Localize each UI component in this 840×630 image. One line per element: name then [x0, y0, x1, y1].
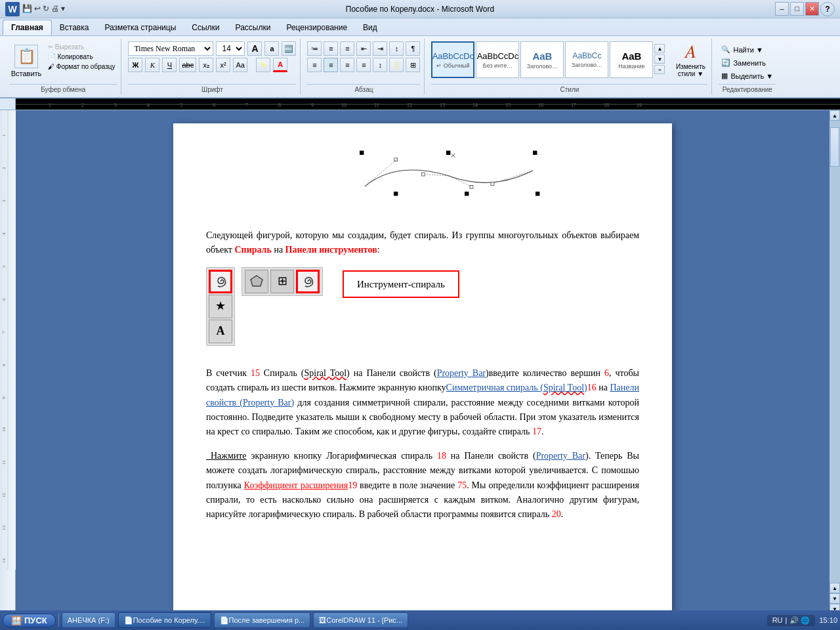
redo-quick-btn[interactable]: ↻ [43, 4, 49, 14]
tab-page-layout[interactable]: Разметка страницы [96, 20, 184, 35]
strikethrough-button[interactable]: аbc [179, 58, 196, 72]
svg-text:5: 5 [1, 265, 7, 268]
font-color-button[interactable]: A [273, 58, 287, 72]
styles-scroll-up[interactable]: ▲ [654, 44, 665, 53]
taskbar-word2-label: После завершения р... [229, 616, 305, 624]
taskbar-explorer-button[interactable]: АНЕЧКА (F:) [62, 612, 116, 628]
font-size-up-button[interactable]: A [247, 41, 262, 56]
scroll-prev-page-button[interactable]: ▲ [830, 583, 840, 593]
underline-button[interactable]: Ч [162, 58, 177, 72]
change-styles-button[interactable]: 𝐴 Изменить стили ▼ [673, 41, 707, 77]
style-no-spacing[interactable]: AaBbCcDc Без инте… [476, 41, 519, 78]
taskbar-word-button[interactable]: 📄 Пособие по Корелу.... [118, 612, 211, 628]
taskbar-corel-label: CorelDRAW 11 - [Рис... [326, 616, 402, 624]
minimize-button[interactable]: – [775, 2, 789, 16]
maximize-button[interactable]: □ [790, 2, 804, 16]
scroll-thumb[interactable] [830, 127, 839, 167]
style-no-spacing-preview: AaBbCcDc [477, 51, 519, 61]
scroll-track[interactable] [830, 121, 840, 583]
multilevel-button[interactable]: ≡ [340, 41, 354, 56]
paragraph-2: В счетчик 15 Спираль (Spiral Tool) на Па… [206, 366, 639, 440]
tab-view[interactable]: Вид [355, 20, 385, 35]
editing-label: Редактирование [719, 84, 776, 94]
increase-indent-button[interactable]: ⇥ [373, 41, 387, 56]
curve-path [365, 170, 533, 186]
taskbar-corel-button[interactable]: 🖼 CorelDRAW 11 - [Рис... [313, 612, 408, 628]
undo-quick-btn[interactable]: ↩ [34, 4, 41, 14]
tab-references[interactable]: Ссылки [184, 20, 227, 35]
svg-text:10: 10 [341, 102, 346, 108]
find-button[interactable]: 🔍 Найти ▼ [719, 44, 776, 55]
tray-icons: 🔊 🌐 [789, 616, 810, 625]
styles-group: AaBbCcDc ↵ Обычный AaBbCcDc Без инте… Aa… [427, 39, 712, 94]
close-button[interactable]: ✕ [805, 2, 819, 16]
justify-button[interactable]: ≡ [356, 58, 371, 72]
highlight-button[interactable]: ✎ [256, 58, 270, 72]
spiral-tool-highlighted[interactable] [209, 270, 232, 293]
align-center-button[interactable]: ≡ [324, 58, 338, 72]
borders-button[interactable]: ⊞ [406, 58, 420, 72]
italic-button[interactable]: К [145, 58, 159, 72]
select-button[interactable]: ▦ Выделить ▼ [719, 70, 776, 81]
taskbar-word2-button[interactable]: 📄 После завершения р... [214, 612, 311, 628]
font-family-select[interactable]: Times New Roman [128, 41, 213, 56]
para3-num2: 19 [348, 480, 357, 490]
paste-icon: 📋 [14, 45, 38, 68]
help-button[interactable]: ? [820, 2, 835, 16]
style-title[interactable]: AaB Название [610, 41, 653, 78]
para2-num3: 16 [587, 383, 597, 392]
spiral-tool-popup-highlighted[interactable] [296, 270, 320, 293]
print-quick-btn[interactable]: 🖨 [51, 4, 59, 14]
start-button[interactable]: 🪟 ПУСК [3, 614, 56, 627]
cut-button[interactable]: ✂ Вырезать [46, 43, 117, 51]
align-right-button[interactable]: ≡ [340, 58, 354, 72]
document-page: ✕ [173, 123, 672, 614]
styles-scroll-all[interactable]: ≡ [654, 65, 665, 74]
format-painter-button[interactable]: 🖌 Формат по образцу [46, 62, 117, 71]
sort-button[interactable]: ↕ [389, 41, 404, 56]
copy-button[interactable]: 📄 Копировать [46, 52, 117, 61]
delete-handle: ✕ [450, 152, 456, 159]
subscript-button[interactable]: x₂ [199, 58, 213, 72]
svg-text:7: 7 [1, 331, 7, 333]
style-normal[interactable]: AaBbCcDc ↵ Обычный [431, 41, 474, 78]
bold-button[interactable]: Ж [128, 58, 142, 72]
superscript-button[interactable]: x² [216, 58, 230, 72]
star-tool[interactable]: ★ [209, 295, 232, 318]
styles-scroll-down[interactable]: ▼ [654, 54, 665, 64]
decrease-indent-button[interactable]: ⇤ [356, 41, 371, 56]
polygon-tool[interactable] [245, 270, 268, 293]
font-size-select[interactable]: 14 [216, 41, 245, 56]
style-heading1[interactable]: AaB Заголово… [520, 41, 564, 78]
bullets-button[interactable]: ≔ [307, 41, 322, 56]
curve-handle-2 [421, 173, 425, 176]
save-quick-btn[interactable]: 💾 [22, 4, 32, 14]
scroll-up-button[interactable]: ▲ [830, 110, 840, 121]
clipboard-group: 📋 Вставить ✂ Вырезать 📄 Копировать 🖌 Фор… [5, 39, 121, 94]
paste-button[interactable]: 📋 Вставить [9, 41, 43, 81]
align-left-button[interactable]: ≡ [307, 58, 322, 72]
replace-button[interactable]: 🔄 Заменить [719, 57, 776, 68]
svg-text:8: 8 [1, 364, 7, 366]
style-heading2[interactable]: AaBbCc Заголово… [565, 41, 608, 78]
scroll-next-page-button[interactable]: ▼ [830, 593, 840, 604]
window-controls: – □ ✕ ? [775, 2, 835, 16]
grid-tool[interactable]: ⊞ [270, 270, 294, 293]
tab-mailings[interactable]: Рассылки [228, 20, 279, 35]
handle-top-right [533, 151, 537, 155]
clear-format-button[interactable]: 🔤 [282, 41, 296, 56]
document-area[interactable]: ✕ [16, 110, 830, 614]
svg-text:3: 3 [1, 200, 7, 202]
line-spacing-button[interactable]: ↕ [373, 58, 387, 72]
tool-row-2: ★ [209, 295, 232, 318]
tab-home[interactable]: Главная [3, 20, 52, 35]
tab-review[interactable]: Рецензирование [278, 20, 355, 35]
change-case-button[interactable]: Аа [233, 58, 247, 72]
para2-num4: 17 [532, 427, 541, 436]
show-marks-button[interactable]: ¶ [406, 41, 420, 56]
text-tool[interactable]: A [209, 320, 232, 343]
tab-insert[interactable]: Вставка [52, 20, 97, 35]
numbering-button[interactable]: ≡ [324, 41, 338, 56]
shading-button[interactable]: ░ [389, 58, 404, 72]
font-size-down-button[interactable]: a [264, 41, 279, 56]
